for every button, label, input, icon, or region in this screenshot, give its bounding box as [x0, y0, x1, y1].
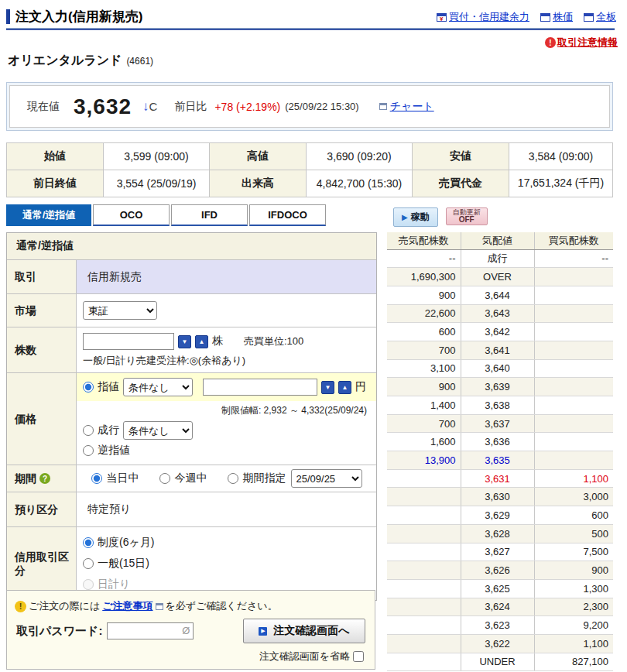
period-date-label[interactable]: 期間指定	[243, 471, 286, 485]
orderbook-buy-cell	[534, 268, 613, 286]
quantity-decrement-button[interactable]	[178, 335, 191, 348]
open-label: 始値	[7, 143, 104, 170]
high-value: 3,690 (09:20)	[307, 143, 413, 170]
limit-radio-label[interactable]: 指値	[98, 380, 119, 394]
quantity-increment-button[interactable]	[195, 335, 208, 348]
orderbook-price-cell: 3,640	[461, 359, 534, 378]
chart-link[interactable]: チャート	[379, 100, 434, 114]
window-icon	[584, 13, 594, 22]
stock-price-link[interactable]: 株価	[540, 10, 573, 24]
trade-password-input[interactable]	[107, 622, 194, 639]
market-condition-select[interactable]: 条件なし	[123, 421, 193, 440]
board-controls: 稼動 自動更新 OFF	[393, 207, 488, 227]
period-today-radio[interactable]	[91, 473, 102, 484]
price-decrement-button[interactable]	[321, 381, 334, 394]
period-today-label[interactable]: 当日中	[107, 471, 139, 485]
quantity-input[interactable]	[83, 333, 174, 350]
period-row: 期間 ? 当日中 今週中 期間指定 25/09/25	[7, 465, 376, 492]
period-date-select[interactable]: 25/09/25	[291, 469, 362, 488]
order-form: 通常/逆指値 取引 信用新規売 市場 東証 株数 株 売買単位:100	[6, 232, 377, 601]
short-frame-note: 一般/日計り売建受注枠:◎(余裕あり)	[83, 354, 370, 368]
window-icon	[379, 103, 387, 110]
header-divider	[6, 28, 615, 30]
orderbook-buy-cell	[534, 286, 613, 304]
caution-link[interactable]: ご注意事項	[102, 599, 152, 613]
orderbook-price-cell: 3,636	[461, 433, 534, 451]
limit-condition-select[interactable]: 条件なし	[123, 378, 193, 396]
orderbook-price-cell: 3,625	[461, 579, 534, 598]
orderbook-price-cell: 成行	[461, 249, 534, 268]
current-price-label: 現在値	[27, 100, 60, 114]
orderbook-price-cell: 3,624	[461, 598, 534, 616]
period-this-week-radio[interactable]	[159, 473, 170, 484]
price-increment-button[interactable]	[338, 381, 351, 394]
orderbook-row: 3,6277,500	[387, 543, 613, 561]
tab-normal-stop[interactable]: 通常/逆指値	[6, 204, 91, 226]
margin-general-radio[interactable]	[83, 558, 94, 569]
tab-ifd[interactable]: IFD	[171, 204, 248, 226]
submit-box: ! ご注文の際には ご注意事項 を必ずご確認ください。 取引パスワード: Ø ▶…	[6, 590, 375, 670]
period-date-radio[interactable]	[228, 473, 238, 484]
eye-slash-icon[interactable]: Ø	[182, 625, 190, 636]
orderbook-buy-cell	[534, 341, 613, 359]
market-order-radio-label[interactable]: 成行	[98, 423, 119, 437]
margin-system-label[interactable]: 制度(6ヶ月)	[98, 536, 154, 550]
market-select[interactable]: 東証	[83, 301, 157, 320]
orderbook-price-cell: 3,630	[461, 488, 534, 506]
orderbook-buy-cell	[534, 378, 613, 396]
table-row: 前日終値 3,554 (25/09/19) 出来高 4,842,700 (15:…	[7, 170, 613, 197]
tab-ifdoco[interactable]: IFDOCO	[249, 204, 326, 226]
margin-system-radio[interactable]	[83, 537, 94, 548]
orderbook-row: 3,1003,640	[387, 359, 613, 378]
orderbook-row: 3,628500	[387, 524, 613, 543]
skip-confirm-checkbox[interactable]	[353, 651, 364, 662]
auto-update-off-button[interactable]: 自動更新 OFF	[446, 207, 488, 225]
market-order-radio[interactable]	[83, 425, 94, 436]
orderbook-row: 3,6251,300	[387, 579, 613, 598]
orderbook-price-cell: 3,644	[461, 286, 534, 304]
orderbook-sell-cell	[387, 579, 461, 598]
limit-radio[interactable]	[83, 382, 94, 393]
orderbook-price-cell: 3,641	[461, 341, 534, 359]
stop-order-radio[interactable]	[83, 445, 94, 456]
stock-price-link-label: 株価	[553, 10, 573, 24]
orderbook-sell-cell: 900	[387, 286, 461, 304]
turnover-label: 売買代金	[413, 170, 509, 197]
tab-oco[interactable]: OCO	[93, 204, 170, 226]
orderbook-buy-cell: 1,100	[534, 469, 613, 488]
orderbook-row: 7003,637	[387, 414, 613, 433]
trade-value: 信用新規売	[87, 270, 370, 284]
help-icon[interactable]: ?	[39, 473, 50, 484]
orderbook-table: 売気配株数 気配値 買気配株数 --成行--1,690,300OVER9003,…	[387, 232, 613, 671]
orderbook-row: 3,626900	[387, 561, 613, 580]
orderbook-sell-cell	[387, 488, 461, 506]
run-button[interactable]: 稼動	[393, 207, 438, 227]
order-confirm-button[interactable]: ▶ 注文確認画面へ	[243, 619, 365, 643]
price-label: 価格	[7, 373, 77, 465]
stock-name: オリエンタルランド	[8, 53, 122, 69]
stop-order-radio-label[interactable]: 逆指値	[98, 444, 130, 458]
period-this-week-label[interactable]: 今週中	[175, 471, 207, 485]
skip-confirm-label[interactable]: 注文確認画面を省略	[259, 650, 350, 663]
price-input[interactable]	[203, 379, 317, 396]
market-row: 市場 東証	[7, 294, 376, 327]
buying-power-link[interactable]: 買付・信用建余力	[437, 10, 529, 24]
orderbook-sell-cell	[387, 634, 461, 653]
orderbook-buy-cell: 7,500	[534, 543, 613, 561]
full-board-link-label: 全板	[596, 10, 616, 24]
full-board-link[interactable]: 全板	[584, 10, 616, 24]
stock-code: (4661)	[126, 56, 153, 67]
orderbook-sell-cell	[387, 543, 461, 561]
period-label-text: 期間	[15, 471, 36, 485]
skip-confirm-line: 注文確認画面を省略	[259, 650, 364, 663]
trade-notice-link[interactable]: 取引注意情報	[557, 36, 618, 50]
quantity-unit: 株	[212, 334, 223, 348]
external-link-icon	[156, 603, 163, 610]
orderbook-row: 1,6003,636	[387, 433, 613, 451]
open-value: 3,599 (09:00)	[104, 143, 210, 170]
margin-general-label[interactable]: 一般(15日)	[98, 557, 149, 571]
page-title: 注文入力(信用新規売)	[15, 8, 142, 26]
orderbook-price-cell: 3,626	[461, 561, 534, 580]
forward-icon: ▶	[259, 627, 267, 636]
orderbook-row: 3,6242,300	[387, 598, 613, 616]
